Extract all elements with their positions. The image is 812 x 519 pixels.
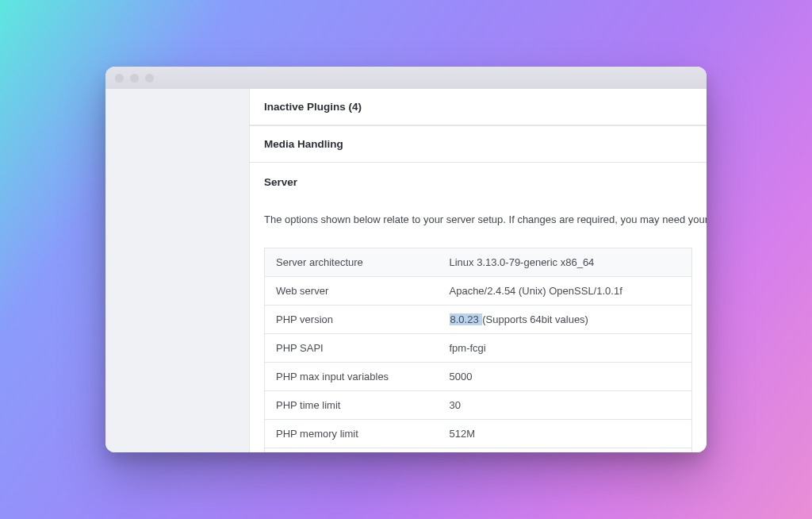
sidebar	[105, 89, 250, 452]
row-label: PHP SAPI	[265, 334, 439, 363]
row-value: 8.0.23 (Supports 64bit values)	[439, 306, 692, 334]
table-row: PHP SAPI fpm-fcgi	[265, 334, 692, 363]
table-row: Server architecture Linux 3.13.0-79-gene…	[265, 248, 692, 277]
server-description: The options shown below relate to your s…	[264, 213, 692, 225]
section-title: Media Handling	[264, 138, 343, 150]
row-label: PHP memory limit	[265, 420, 439, 448]
window-body: Inactive Plugins (4) Media Handling Serv…	[105, 89, 707, 452]
row-label: PHP version	[265, 306, 439, 334]
window-titlebar	[105, 67, 707, 89]
section-server: Server The options shown below relate to…	[250, 163, 707, 248]
table-row: PHP time limit 30	[265, 391, 692, 420]
section-media-handling[interactable]: Media Handling	[250, 125, 707, 163]
server-title: Server	[264, 176, 692, 188]
table-row: PHP memory limit 512M	[265, 420, 692, 448]
application-window: Inactive Plugins (4) Media Handling Serv…	[105, 67, 707, 452]
table-row: PHP max input variables 5000	[265, 363, 692, 391]
row-value: fpm-fcgi	[439, 334, 692, 363]
row-value: 512M	[439, 420, 692, 448]
row-value: Linux 3.13.0-79-generic x86_64	[439, 248, 692, 277]
table-row: Max input time -1	[265, 448, 692, 453]
table-row: PHP version 8.0.23 (Supports 64bit value…	[265, 306, 692, 334]
close-icon[interactable]	[115, 74, 124, 83]
highlighted-text: 8.0.23	[450, 313, 483, 325]
section-title: Inactive Plugins (4)	[264, 101, 362, 113]
minimize-icon[interactable]	[130, 74, 139, 83]
row-label: Server architecture	[265, 248, 439, 277]
row-value: 30	[439, 391, 692, 420]
row-label: Web server	[265, 277, 439, 306]
row-label: Max input time	[265, 448, 439, 453]
row-value-rest: (Supports 64bit values)	[482, 313, 588, 325]
section-inactive-plugins[interactable]: Inactive Plugins (4)	[250, 89, 707, 125]
row-label: PHP time limit	[265, 391, 439, 420]
row-label: PHP max input variables	[265, 363, 439, 391]
row-value: 5000	[439, 363, 692, 391]
maximize-icon[interactable]	[145, 74, 154, 83]
row-value: -1	[439, 448, 692, 453]
main-content: Inactive Plugins (4) Media Handling Serv…	[250, 89, 707, 452]
server-info-table: Server architecture Linux 3.13.0-79-gene…	[264, 248, 692, 452]
server-table-container: Server architecture Linux 3.13.0-79-gene…	[250, 248, 707, 452]
row-value: Apache/2.4.54 (Unix) OpenSSL/1.0.1f	[439, 277, 692, 306]
table-row: Web server Apache/2.4.54 (Unix) OpenSSL/…	[265, 277, 692, 306]
